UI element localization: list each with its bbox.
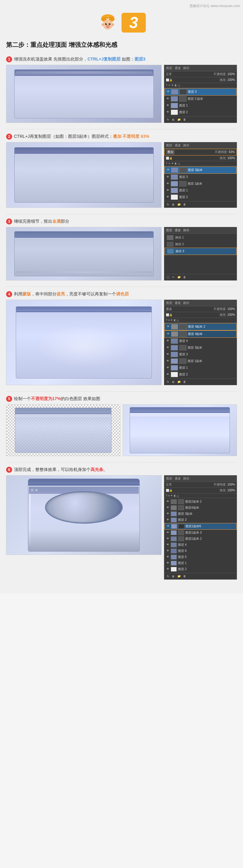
step-5-image-right [123,404,237,456]
step-1-num: 1 [6,56,12,62]
divider-1 [6,129,237,129]
layer-item[interactable]: 👁 图层 1 [164,102,237,109]
step-3-header: 3 继续完善细节，抠出金属部分 [6,218,237,224]
layer-item[interactable]: 👁 图层 2 [164,109,237,116]
ps-blend-row-6: 正常 不透明度: 100% [164,482,237,488]
step-6-ps-panel: 图层 通道 路径 正常 不透明度: 100% ⬜🔒 填充: 100% T A ✦… [164,475,237,580]
layer-item[interactable]: 👁 图层 2 [164,371,237,378]
ps-icons-2: T A ✦ ◐ △ [164,161,237,166]
layer-item[interactable]: 👁 图层 3 [164,174,237,180]
layer-item[interactable]: 👁 图层 3副本 [164,166,237,174]
step-4-ps-panel: 图层 通道 路径 通道 不透明度: 100% ⬜🔒 填充: 100% T A ✦… [164,300,237,385]
ps-panel-2-header: 图层 通道 路径 [164,143,237,149]
step-2: 2 CTRL+J再复制图层（如图：图层3副本）图层样式：叠加 不透明度 63% … [0,131,243,212]
layer-item[interactable]: 👁 图层 3 [164,88,237,96]
ps-bottom-2: fx ◐ 📁 🗑 [164,201,237,208]
step-4: 4 利用蒙版，将中间部分提亮，亮度不够可以再复制一个调色层 图层 [0,288,243,390]
svg-point-10 [106,24,107,24]
ps-bottom-6: fx ◐ 📁 🗑 [164,573,237,579]
step-6-header: 6 顶部完成，整整体效果，可以给机身加个高光条。 [6,466,237,473]
ps-icons-6: T A ✦ ◐ △ [164,494,237,498]
step-number-box: 3 [122,13,146,33]
step-4-num: 4 [6,291,12,297]
path-item[interactable]: 路径 1 [164,234,237,241]
ps-blend-row-1: 正常 不透明度: 100% [164,71,237,77]
step-2-ps-panel: 图层 通道 路径 叠加 不透明度: 63% ⬜🔒 填充: 100% T A [164,142,237,208]
layer-item[interactable]: 👁 图层 6 [164,548,237,554]
ps-bottom-1: fx ◐ 📁 🗑 [164,116,237,123]
layer-item[interactable]: 👁 图层 5 [164,554,237,560]
step-1: 1 增强洗衣机顶盖效果 先抠图出此部分，CTRL+J复制图层 如图：图层3 图层 [0,54,243,127]
step-5-content [6,404,237,456]
step-2-image [6,142,162,208]
layer-item[interactable]: 👁 图层 3 副本 [164,96,237,102]
step-1-ps-panel: 图层 通道 路径 正常 不透明度: 100% ⬜🔒 填充: 100% T A [164,65,237,123]
layer-item[interactable]: 👁 图层 3 [164,351,237,358]
step-3-desc: 继续完善细节，抠出金属部分 [14,218,237,224]
ps-blend-row-4: 通道 不透明度: 100% [164,306,237,312]
step-4-image [6,300,162,385]
page-container: 思缘设计论坛 www.missyuan.com G [0,0,243,593]
step-2-content: 图层 通道 路径 叠加 不透明度: 63% ⬜🔒 填充: 100% T A [6,142,237,208]
layer-item[interactable]: 👁 图层 1副本 [164,180,237,187]
layer-item[interactable]: 👁 图层 1副本 [164,358,237,365]
svg-point-8 [105,23,107,25]
ps-panel-6-header: 图层 通道 路径 [164,475,237,482]
svg-point-14 [108,26,109,27]
step-indicator: G 3 [0,9,243,38]
ps-path-header: 图层 通道 路径 [164,227,237,234]
path-item-active[interactable]: 路径 3 [164,248,237,255]
layer-item[interactable]: 👁 图层2副本 2 [164,499,237,505]
layer-item[interactable]: 👁 图层 4副本 2 [164,323,237,331]
ps-bottom-3: ◯ ✏ 📁 🗑 [164,274,237,280]
step-3-num: 3 [6,218,12,224]
layer-item-active[interactable]: 👁 图层1副本5 [164,523,237,530]
step-4-content: 图层 通道 路径 通道 不透明度: 100% ⬜🔒 填充: 100% T A ✦… [6,300,237,385]
layer-item[interactable]: 👁 图层4副本 [164,505,237,511]
layer-item[interactable]: 👁 图层 4 [164,542,237,548]
step-4-desc: 利用蒙版，将中间部分提亮，亮度不够可以再复制一个调色层 [14,291,237,297]
ps-layers-2: 👁 图层 3副本 👁 图层 3 👁 图层 1副本 [164,166,237,201]
ps-layers-4: 👁 图层 4副本 2 👁 图层 4副本 👁 图层 4 [164,322,237,378]
layer-item[interactable]: 👁 图层 2 [164,194,237,200]
layer-item[interactable]: 👁 图层1副本 3 [164,530,237,536]
step-1-header: 1 增强洗衣机顶盖效果 先抠图出此部分，CTRL+J复制图层 如图：图层3 [6,56,237,62]
step-2-num: 2 [6,133,12,140]
ps-panel-1-header: 图层 通道 路径 [164,65,237,71]
svg-point-7 [112,24,114,26]
layer-item[interactable]: 👁 图层 3 [164,517,237,523]
layer-item[interactable]: 👁 图层 2 [164,566,237,572]
layer-item[interactable]: 👁 图层 1 [164,365,237,371]
step-2-desc: CTRL+J再复制图层（如图：图层3副本）图层样式：叠加 不透明度 63% [14,133,237,140]
step-5-desc: 绘制一个不透明度为17%的白色图层 效果如图 [14,396,237,402]
ps-layers-6: 👁 图层2副本 2 👁 图层4副本 👁 图层 3副本 [164,498,237,573]
layer-item[interactable]: 👁 图层 1 [164,187,237,194]
layer-item[interactable]: 👁 图层 1 [164,560,237,566]
svg-point-5 [102,24,104,26]
svg-point-13 [107,26,108,27]
step-4-header: 4 利用蒙版，将中间部分提亮，亮度不够可以再复制一个调色层 [6,291,237,297]
layer-item[interactable]: 👁 图层 4 [164,338,237,344]
ps-icons-1: T A ✦ ◐ △ [164,83,237,88]
ps-fill-row-1: ⬜🔒 填充: 100% [164,77,237,83]
step-3: 3 继续完善细节，抠出金属部分 图层 通道 [0,216,243,285]
step-5-num: 5 [6,396,12,402]
ps-icons-4: T A ✦ ◐ △ [164,318,237,322]
step-3-ps-panel: 图层 通道 路径 路径 1 路径 2 路径 3 [164,227,237,280]
step-5-image-left [6,404,120,456]
layer-item[interactable]: 👁 图层 4副本 [164,331,237,338]
ps-fill-row-6: ⬜🔒 填充: 100% [164,488,237,494]
step-number: 3 [129,13,138,32]
step-5: 5 绘制一个不透明度为17%的白色图层 效果如图 [0,393,243,461]
step-3-image [6,227,162,280]
layer-item[interactable]: 👁 图层 3副本 [164,344,237,351]
ps-fill-row-4: ⬜🔒 填充: 100% [164,312,237,318]
step-3-content: 图层 通道 路径 路径 1 路径 2 路径 3 [6,227,237,280]
layer-item[interactable]: 👁 图层 3副本 [164,511,237,517]
ps-layers-1: 👁 图层 3 👁 图层 3 副本 👁 图层 1 [164,88,237,116]
step-2-header: 2 CTRL+J再复制图层（如图：图层3副本）图层样式：叠加 不透明度 63% [6,133,237,140]
step-1-desc: 增强洗衣机顶盖效果 先抠图出此部分，CTRL+J复制图层 如图：图层3 [14,56,237,62]
layer-item[interactable]: 👁 图层1副本 2 [164,536,237,542]
step-6-content: 图层 通道 路径 正常 不透明度: 100% ⬜🔒 填充: 100% T A ✦… [6,475,237,580]
path-item[interactable]: 路径 2 [164,241,237,248]
